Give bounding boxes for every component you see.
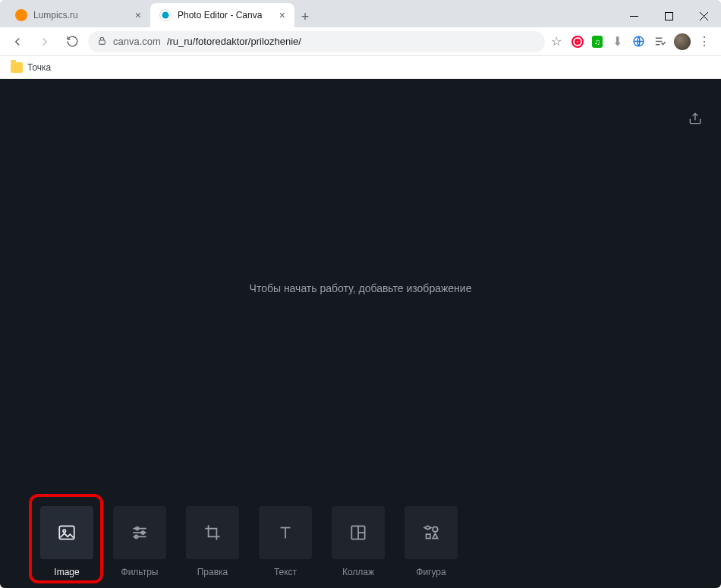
- profile-avatar[interactable]: [674, 33, 691, 50]
- collage-icon: [332, 506, 385, 559]
- url-box[interactable]: canva.com/ru_ru/fotoredaktor/prilozhenie…: [88, 31, 545, 52]
- bottom-toolbar: Image Фильтры Правка Текст: [0, 506, 721, 577]
- reading-list-icon[interactable]: [653, 35, 666, 49]
- crop-icon: [186, 506, 239, 559]
- tool-collage[interactable]: Коллаж: [331, 506, 386, 577]
- close-icon[interactable]: ×: [279, 10, 285, 20]
- folder-icon: [11, 62, 23, 73]
- close-window-button[interactable]: [686, 5, 721, 27]
- download-ext-icon[interactable]: ⬇: [610, 35, 624, 49]
- bookmark-item[interactable]: Точка: [27, 62, 51, 73]
- lock-icon: [97, 36, 107, 48]
- close-icon[interactable]: ×: [135, 10, 141, 20]
- tool-label: Image: [54, 567, 79, 577]
- text-icon: [259, 506, 312, 559]
- svg-rect-5: [99, 39, 105, 43]
- address-bar: canva.com/ru_ru/fotoredaktor/prilozhenie…: [0, 27, 721, 56]
- star-icon[interactable]: ☆: [549, 35, 563, 49]
- bookmarks-bar: Точка: [0, 56, 721, 79]
- extensions-row: ☆ ♫ ⬇ ⋮: [549, 33, 715, 50]
- back-button[interactable]: [6, 30, 29, 53]
- tool-edit[interactable]: Правка: [185, 506, 240, 577]
- image-icon: [40, 506, 93, 559]
- window-controls: [616, 5, 721, 27]
- url-path: /ru_ru/fotoredaktor/prilozhenie/: [167, 36, 301, 47]
- tool-label: Коллаж: [342, 567, 374, 577]
- favicon-lumpics: [15, 9, 27, 21]
- canvas-placeholder-text: Чтобы начать работу, добавьте изображени…: [250, 282, 472, 294]
- svg-point-24: [433, 527, 438, 532]
- browser-tab-lumpics[interactable]: Lumpics.ru ×: [6, 3, 150, 27]
- tool-label: Текст: [274, 567, 297, 577]
- forward-button[interactable]: [33, 30, 56, 53]
- svg-point-12: [63, 530, 65, 532]
- browser-window: Lumpics.ru × Photo Editor - Canva × + ca: [0, 0, 721, 588]
- tab-title: Lumpics.ru: [33, 10, 78, 20]
- tool-label: Правка: [197, 567, 228, 577]
- svg-rect-11: [59, 526, 74, 539]
- svg-rect-2: [665, 12, 672, 20]
- svg-point-0: [162, 12, 169, 19]
- tool-image[interactable]: Image: [39, 506, 94, 577]
- browser-tab-canva[interactable]: Photo Editor - Canva ×: [150, 3, 294, 27]
- url-host: canva.com: [113, 36, 161, 47]
- titlebar: Lumpics.ru × Photo Editor - Canva × +: [0, 0, 721, 27]
- tool-filters[interactable]: Фильтры: [112, 506, 167, 577]
- tab-title: Photo Editor - Canva: [178, 10, 262, 20]
- shapes-icon: [405, 506, 458, 559]
- canva-editor: Чтобы начать работу, добавьте изображени…: [0, 79, 721, 588]
- tool-label: Фигура: [416, 567, 446, 577]
- tool-label: Фильтры: [121, 567, 159, 577]
- tool-shape[interactable]: Фигура: [404, 506, 458, 577]
- new-tab-button[interactable]: +: [294, 6, 316, 27]
- tool-text[interactable]: Текст: [258, 506, 313, 577]
- tabs-row: Lumpics.ru × Photo Editor - Canva × +: [0, 3, 616, 27]
- minimize-button[interactable]: [616, 5, 651, 27]
- sliders-icon: [113, 506, 166, 559]
- music-ext-icon[interactable]: ♫: [592, 36, 603, 48]
- reload-button[interactable]: [61, 30, 83, 53]
- maximize-button[interactable]: [651, 5, 686, 27]
- yandex-ext-icon[interactable]: [571, 35, 584, 49]
- favicon-canva: [159, 9, 172, 21]
- canvas-area[interactable]: Чтобы начать работу, добавьте изображени…: [0, 79, 721, 497]
- menu-button[interactable]: ⋮: [698, 34, 710, 49]
- globe-ext-icon[interactable]: [631, 35, 645, 49]
